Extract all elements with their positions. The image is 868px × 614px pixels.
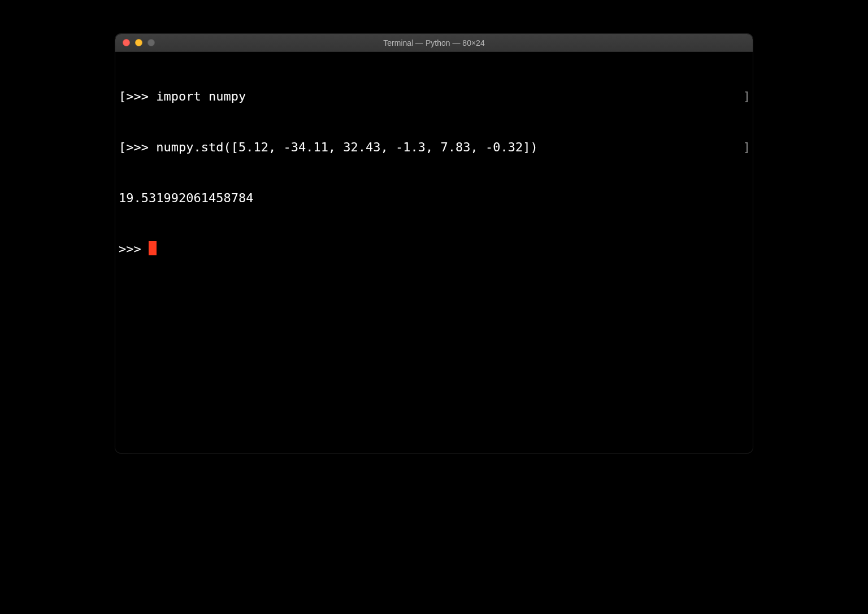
repl-input: import numpy: [156, 89, 246, 103]
window-title: Terminal — Python — 80×24: [115, 38, 753, 47]
terminal-body[interactable]: [>>> import numpy] [>>> numpy.std([5.12,…: [115, 52, 753, 453]
zoom-icon[interactable]: [147, 39, 155, 46]
repl-input: numpy.std([5.12, -34.11, 32.43, -1.3, 7.…: [156, 140, 538, 154]
line-end-marker: ]: [743, 88, 750, 105]
traffic-lights: [123, 39, 155, 46]
title-bar[interactable]: Terminal — Python — 80×24: [115, 34, 753, 52]
line-end-marker: ]: [743, 139, 750, 156]
repl-prompt: >>>: [126, 89, 156, 103]
terminal-line: [>>> import numpy]: [119, 88, 749, 105]
terminal-window: Terminal — Python — 80×24 [>>> import nu…: [115, 34, 753, 453]
repl-output: 19.531992061458784: [119, 191, 253, 205]
terminal-line: >>>: [119, 241, 749, 258]
cursor-icon: [149, 241, 157, 255]
minimize-icon[interactable]: [135, 39, 142, 46]
repl-prompt: >>>: [126, 140, 156, 154]
terminal-line: 19.531992061458784: [119, 190, 749, 207]
close-icon[interactable]: [123, 39, 130, 46]
terminal-line: [>>> numpy.std([5.12, -34.11, 32.43, -1.…: [119, 139, 749, 156]
repl-prompt: >>>: [119, 242, 149, 256]
